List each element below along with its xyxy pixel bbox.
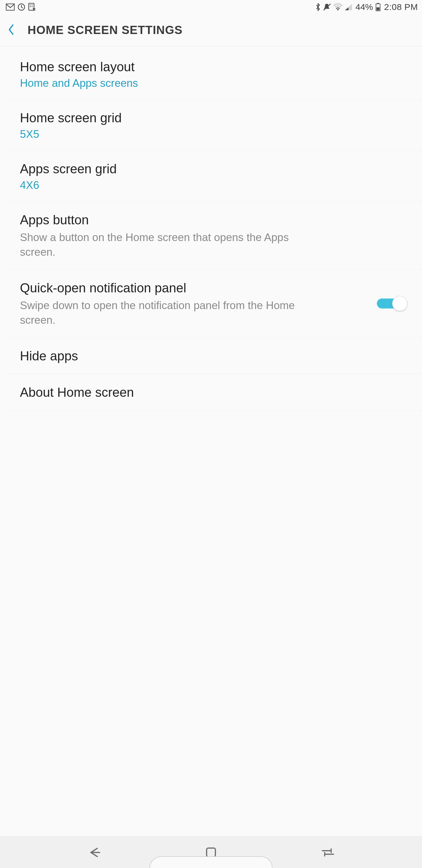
nav-back-icon [86, 845, 103, 860]
item-title: About Home screen [20, 384, 410, 400]
nav-pill [150, 856, 272, 868]
item-home-screen-layout[interactable]: Home screen layout Home and Apps screens [8, 46, 422, 100]
clock-icon [18, 3, 25, 11]
back-button[interactable] [7, 23, 28, 37]
toggle-thumb [392, 296, 407, 311]
status-bar: 44% 2:08 PM [0, 0, 422, 14]
app-blocked-icon [28, 3, 36, 11]
navigation-bar [0, 836, 422, 868]
item-title: Quick-open notification panel [20, 280, 363, 296]
item-subtitle: 4X6 [20, 179, 410, 191]
nav-recent-button[interactable] [319, 845, 336, 860]
item-apps-screen-grid[interactable]: Apps screen grid 4X6 [8, 151, 422, 202]
item-subtitle: Swipe down to open the notification pane… [20, 298, 307, 328]
svg-rect-10 [377, 7, 380, 10]
svg-rect-11 [206, 848, 216, 857]
item-title: Hide apps [20, 348, 410, 364]
item-quick-open-notification-panel[interactable]: Quick-open notification panel Swipe down… [8, 270, 422, 338]
page-title: HOME SCREEN SETTINGS [28, 24, 183, 37]
item-title: Home screen grid [20, 110, 410, 126]
item-title: Home screen layout [20, 59, 410, 75]
status-right: 44% 2:08 PM [315, 2, 418, 12]
item-title: Apps screen grid [20, 161, 410, 177]
wifi-icon [333, 3, 343, 11]
nav-recent-icon [319, 845, 336, 860]
svg-rect-9 [377, 3, 379, 4]
chevron-left-icon [7, 23, 15, 37]
item-home-screen-grid[interactable]: Home screen grid 5X5 [8, 100, 422, 151]
svg-rect-3 [30, 4, 31, 5]
toggle-quick-open[interactable] [375, 295, 407, 312]
svg-rect-4 [32, 4, 33, 5]
gmail-icon [6, 3, 15, 10]
svg-rect-5 [30, 6, 31, 7]
svg-point-7 [337, 9, 338, 10]
item-subtitle: Show a button on the Home screen that op… [20, 230, 307, 259]
nav-back-button[interactable] [86, 845, 103, 860]
svg-rect-6 [32, 6, 33, 7]
cell-signal-icon [344, 3, 353, 11]
item-hide-apps[interactable]: Hide apps [8, 338, 422, 374]
item-about-home-screen[interactable]: About Home screen [8, 374, 422, 410]
item-title: Apps button [20, 212, 410, 228]
app-bar: HOME SCREEN SETTINGS [0, 14, 422, 46]
mute-icon [323, 3, 331, 11]
status-left [6, 3, 36, 11]
settings-list: Home screen layout Home and Apps screens… [0, 46, 422, 410]
svg-rect-2 [29, 3, 34, 10]
bluetooth-icon [315, 3, 321, 11]
item-subtitle: Home and Apps screens [20, 77, 410, 89]
battery-percentage: 44% [355, 2, 373, 12]
item-apps-button[interactable]: Apps button Show a button on the Home sc… [8, 202, 422, 270]
item-subtitle: 5X5 [20, 128, 410, 141]
status-time: 2:08 PM [384, 2, 418, 12]
battery-icon [376, 3, 381, 11]
